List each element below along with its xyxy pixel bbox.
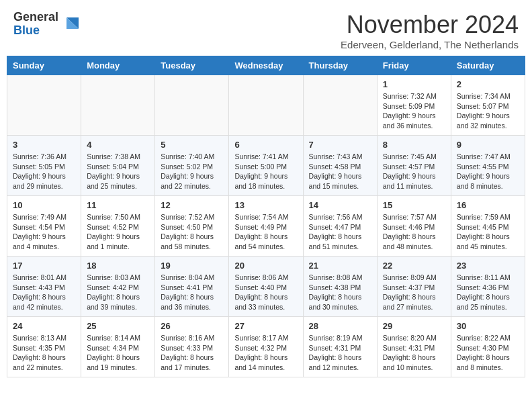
calendar-cell [81, 75, 155, 136]
day-info: Sunrise: 7:34 AM Sunset: 5:07 PM Dayligh… [457, 91, 519, 131]
day-number: 14 [309, 200, 371, 210]
day-info: Sunrise: 7:41 AM Sunset: 5:00 PM Dayligh… [234, 152, 297, 191]
day-info: Sunrise: 7:43 AM Sunset: 4:58 PM Dayligh… [309, 152, 371, 191]
calendar-cell: 12Sunrise: 7:52 AM Sunset: 4:50 PM Dayli… [155, 196, 229, 257]
day-info: Sunrise: 8:11 AM Sunset: 4:36 PM Dayligh… [457, 273, 519, 312]
day-number: 8 [383, 140, 445, 150]
calendar-cell [155, 75, 229, 136]
calendar-cell: 9Sunrise: 7:47 AM Sunset: 4:55 PM Daylig… [451, 136, 525, 196]
day-info: Sunrise: 8:03 AM Sunset: 4:42 PM Dayligh… [87, 273, 149, 312]
calendar-cell: 2Sunrise: 7:34 AM Sunset: 5:07 PM Daylig… [451, 75, 525, 136]
calendar-week-2: 10Sunrise: 7:49 AM Sunset: 4:54 PM Dayli… [7, 196, 525, 257]
subtitle: Ederveen, Gelderland, The Netherlands [341, 39, 519, 50]
day-info: Sunrise: 7:56 AM Sunset: 4:47 PM Dayligh… [309, 212, 371, 252]
calendar-week-4: 24Sunrise: 8:13 AM Sunset: 4:35 PM Dayli… [7, 317, 525, 377]
day-info: Sunrise: 7:45 AM Sunset: 4:57 PM Dayligh… [383, 152, 445, 191]
day-number: 17 [13, 261, 75, 271]
calendar-cell: 29Sunrise: 8:20 AM Sunset: 4:31 PM Dayli… [377, 317, 451, 377]
calendar-cell [7, 75, 81, 136]
day-info: Sunrise: 7:47 AM Sunset: 4:55 PM Dayligh… [457, 152, 519, 191]
calendar-wrapper: Sunday Monday Tuesday Wednesday Thursday… [0, 56, 532, 384]
col-sunday: Sunday [7, 56, 81, 75]
calendar-cell: 19Sunrise: 8:04 AM Sunset: 4:41 PM Dayli… [155, 257, 229, 317]
calendar-cell: 5Sunrise: 7:40 AM Sunset: 5:02 PM Daylig… [155, 136, 229, 196]
calendar-cell: 15Sunrise: 7:57 AM Sunset: 4:46 PM Dayli… [377, 196, 451, 257]
calendar-cell: 6Sunrise: 7:41 AM Sunset: 5:00 PM Daylig… [229, 136, 303, 196]
day-info: Sunrise: 7:52 AM Sunset: 4:50 PM Dayligh… [161, 212, 223, 252]
day-number: 7 [309, 140, 371, 150]
calendar-cell: 3Sunrise: 7:36 AM Sunset: 5:05 PM Daylig… [7, 136, 81, 196]
calendar-cell: 10Sunrise: 7:49 AM Sunset: 4:54 PM Dayli… [7, 196, 81, 257]
day-number: 30 [457, 321, 519, 331]
col-wednesday: Wednesday [229, 56, 303, 75]
calendar-cell: 18Sunrise: 8:03 AM Sunset: 4:42 PM Dayli… [81, 257, 155, 317]
header: General Blue November 2024 Ederveen, Gel… [0, 0, 532, 56]
calendar-cell: 4Sunrise: 7:38 AM Sunset: 5:04 PM Daylig… [81, 136, 155, 196]
day-info: Sunrise: 8:08 AM Sunset: 4:38 PM Dayligh… [309, 273, 371, 312]
day-info: Sunrise: 7:32 AM Sunset: 5:09 PM Dayligh… [383, 91, 445, 131]
calendar-cell: 28Sunrise: 8:19 AM Sunset: 4:31 PM Dayli… [303, 317, 377, 377]
day-info: Sunrise: 8:17 AM Sunset: 4:32 PM Dayligh… [234, 333, 297, 373]
day-number: 23 [457, 261, 519, 271]
calendar-cell: 22Sunrise: 8:09 AM Sunset: 4:37 PM Dayli… [377, 257, 451, 317]
day-number: 1 [383, 79, 445, 89]
calendar-cell [303, 75, 377, 136]
header-row: Sunday Monday Tuesday Wednesday Thursday… [7, 56, 525, 75]
day-number: 22 [383, 261, 445, 271]
calendar-header: Sunday Monday Tuesday Wednesday Thursday… [7, 56, 525, 75]
day-info: Sunrise: 8:06 AM Sunset: 4:40 PM Dayligh… [234, 273, 297, 312]
col-friday: Friday [377, 56, 451, 75]
day-info: Sunrise: 7:57 AM Sunset: 4:46 PM Dayligh… [383, 212, 445, 252]
calendar-cell: 20Sunrise: 8:06 AM Sunset: 4:40 PM Dayli… [229, 257, 303, 317]
calendar-cell: 23Sunrise: 8:11 AM Sunset: 4:36 PM Dayli… [451, 257, 525, 317]
day-info: Sunrise: 8:01 AM Sunset: 4:43 PM Dayligh… [13, 273, 75, 312]
day-info: Sunrise: 7:54 AM Sunset: 4:49 PM Dayligh… [234, 212, 297, 252]
day-info: Sunrise: 8:16 AM Sunset: 4:33 PM Dayligh… [161, 333, 223, 373]
calendar-cell: 7Sunrise: 7:43 AM Sunset: 4:58 PM Daylig… [303, 136, 377, 196]
day-info: Sunrise: 7:40 AM Sunset: 5:02 PM Dayligh… [161, 152, 223, 191]
calendar-cell: 8Sunrise: 7:45 AM Sunset: 4:57 PM Daylig… [377, 136, 451, 196]
day-info: Sunrise: 7:50 AM Sunset: 4:52 PM Dayligh… [87, 212, 149, 252]
day-info: Sunrise: 8:14 AM Sunset: 4:34 PM Dayligh… [87, 333, 149, 373]
day-number: 27 [234, 321, 297, 331]
calendar-cell: 1Sunrise: 7:32 AM Sunset: 5:09 PM Daylig… [377, 75, 451, 136]
logo-blue-text: Blue [13, 24, 40, 37]
day-number: 12 [161, 200, 223, 210]
calendar-cell [229, 75, 303, 136]
calendar-cell: 27Sunrise: 8:17 AM Sunset: 4:32 PM Dayli… [229, 317, 303, 377]
day-info: Sunrise: 7:38 AM Sunset: 5:04 PM Dayligh… [87, 152, 149, 191]
day-number: 4 [87, 140, 149, 150]
logo: General Blue [13, 11, 80, 38]
month-title: November 2024 [341, 11, 519, 39]
day-info: Sunrise: 7:36 AM Sunset: 5:05 PM Dayligh… [13, 152, 75, 191]
day-number: 16 [457, 200, 519, 210]
day-number: 20 [234, 261, 297, 271]
calendar-cell: 26Sunrise: 8:16 AM Sunset: 4:33 PM Dayli… [155, 317, 229, 377]
day-number: 13 [234, 200, 297, 210]
calendar-cell: 16Sunrise: 7:59 AM Sunset: 4:45 PM Dayli… [451, 196, 525, 257]
col-tuesday: Tuesday [155, 56, 229, 75]
day-number: 21 [309, 261, 371, 271]
day-info: Sunrise: 8:19 AM Sunset: 4:31 PM Dayligh… [309, 333, 371, 373]
day-number: 5 [161, 140, 223, 150]
day-number: 19 [161, 261, 223, 271]
day-number: 6 [234, 140, 297, 150]
calendar-body: 1Sunrise: 7:32 AM Sunset: 5:09 PM Daylig… [7, 75, 525, 377]
day-info: Sunrise: 8:13 AM Sunset: 4:35 PM Dayligh… [13, 333, 75, 373]
day-number: 24 [13, 321, 75, 331]
col-thursday: Thursday [303, 56, 377, 75]
logo-icon [60, 14, 80, 34]
calendar-week-0: 1Sunrise: 7:32 AM Sunset: 5:09 PM Daylig… [7, 75, 525, 136]
day-number: 18 [87, 261, 149, 271]
title-block: November 2024 Ederveen, Gelderland, The … [341, 11, 519, 50]
day-number: 26 [161, 321, 223, 331]
day-number: 3 [13, 140, 75, 150]
day-info: Sunrise: 7:49 AM Sunset: 4:54 PM Dayligh… [13, 212, 75, 252]
calendar-cell: 11Sunrise: 7:50 AM Sunset: 4:52 PM Dayli… [81, 196, 155, 257]
calendar-cell: 14Sunrise: 7:56 AM Sunset: 4:47 PM Dayli… [303, 196, 377, 257]
calendar-cell: 24Sunrise: 8:13 AM Sunset: 4:35 PM Dayli… [7, 317, 81, 377]
calendar-week-3: 17Sunrise: 8:01 AM Sunset: 4:43 PM Dayli… [7, 257, 525, 317]
day-number: 11 [87, 200, 149, 210]
calendar-cell: 25Sunrise: 8:14 AM Sunset: 4:34 PM Dayli… [81, 317, 155, 377]
calendar-cell: 30Sunrise: 8:22 AM Sunset: 4:30 PM Dayli… [451, 317, 525, 377]
